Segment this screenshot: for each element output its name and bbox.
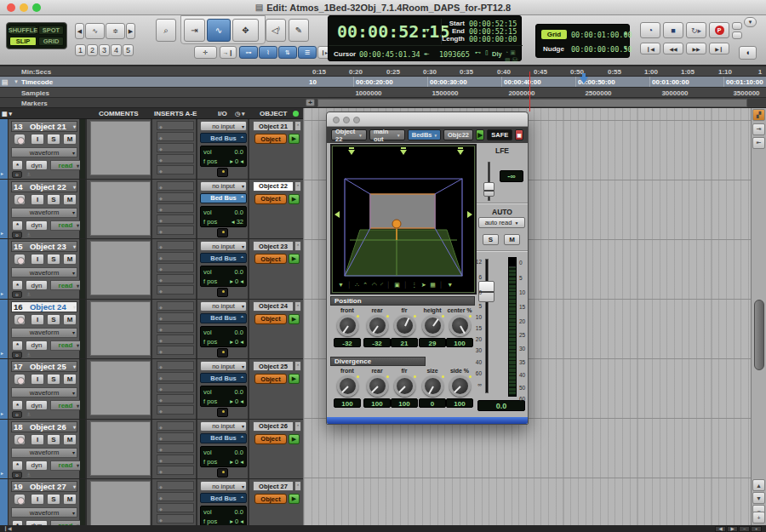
playlist-arrow-icon[interactable]: ▸ — [1, 350, 3, 356]
h-scroll-right-button[interactable]: ▶ — [727, 526, 738, 532]
insert-slot[interactable] — [157, 143, 194, 152]
zoom-preset-3-button[interactable]: 3 — [99, 44, 110, 56]
insert-slot[interactable] — [157, 154, 194, 163]
track-name[interactable]: Object 25 — [23, 362, 73, 371]
knob-value-display[interactable]: 100 — [446, 398, 473, 408]
object-route-button[interactable]: ▶ — [289, 494, 300, 504]
input-monitor-button[interactable]: I — [31, 254, 44, 265]
output-window-button[interactable]: o — [12, 411, 22, 418]
insert-slot[interactable] — [157, 323, 194, 333]
fpos-value[interactable]: ▸ 0 ◂ — [230, 277, 243, 286]
insert-slot[interactable] — [157, 215, 194, 224]
output-window-button[interactable]: o — [12, 291, 22, 298]
track-name[interactable]: Object 22 — [23, 182, 73, 192]
vol-value[interactable]: 0.0 — [235, 448, 243, 457]
insert-slot[interactable] — [157, 372, 194, 381]
minimize-window-icon[interactable] — [20, 3, 28, 12]
comments-box[interactable] — [90, 121, 151, 175]
rotary-knob[interactable] — [367, 315, 388, 336]
rotary-knob[interactable] — [394, 315, 415, 336]
track-name-row[interactable]: 19 Object 27 ▾ — [11, 481, 77, 492]
funnel-right-icon[interactable]: ▼ — [447, 282, 453, 288]
track-name-dropdown-icon[interactable]: ▾ — [73, 123, 76, 129]
stop-button[interactable]: ■ — [663, 22, 683, 38]
automation-follows-edit-button[interactable]: ☰ — [298, 46, 317, 59]
output-window-button[interactable]: o — [12, 472, 22, 478]
transport-expand-top-button[interactable] — [732, 22, 742, 30]
comments-cell[interactable] — [89, 300, 152, 359]
knob-value-display[interactable]: 100 — [446, 338, 473, 347]
record-enable-button[interactable] — [14, 314, 26, 325]
output-selector[interactable]: Bed Bus⌃ — [200, 253, 247, 263]
input-monitor-button[interactable]: I — [31, 194, 44, 205]
mute-button[interactable]: M — [63, 254, 77, 265]
track-name-row[interactable]: 15 Object 23 ▾ — [11, 241, 77, 252]
knob-value-display[interactable]: -32 — [363, 338, 391, 347]
output-selector[interactable]: Bed Bus⌃ — [200, 193, 247, 203]
insert-slot[interactable] — [157, 226, 194, 235]
nudge-dropdown-icon[interactable]: ▼ — [623, 46, 628, 51]
add-marker-button[interactable]: + — [306, 99, 315, 106]
rotary-knob[interactable] — [449, 375, 471, 397]
insert-slot[interactable] — [157, 181, 194, 191]
track-view-selector[interactable]: waveform▾ — [11, 507, 77, 518]
insert-slot[interactable] — [157, 503, 194, 512]
output-window-button[interactable]: o — [12, 232, 22, 238]
track-color-strip[interactable]: ▸ — [0, 300, 9, 359]
volume-pan-display[interactable]: vol0.0 f pos▸ 0 ◂ — [200, 326, 247, 347]
fpos-value[interactable]: ◂ 32 — [232, 217, 243, 226]
plugin-minimize-icon[interactable] — [343, 117, 350, 123]
input-selector[interactable]: no input▾ — [200, 361, 247, 371]
output-selector[interactable]: Bed Bus⌃ — [200, 373, 247, 383]
output-selector[interactable]: Bed Bus⌃ — [200, 313, 247, 323]
output-selector[interactable]: Bed Bus⌃ — [200, 493, 247, 503]
volume-pan-display[interactable]: vol0.0 f pos◂ 32 — [200, 206, 247, 227]
insert-slot[interactable] — [157, 165, 194, 174]
ruler-timecode[interactable]: ▤ ▼ Timecode 1000:00:20:0000:00:30:0000:… — [0, 77, 766, 88]
insert-slot[interactable] — [157, 192, 194, 202]
knob-value-display[interactable]: 100 — [391, 398, 418, 408]
track-name-row[interactable]: 13 Object 21 ▾ — [11, 121, 77, 132]
mute-button[interactable]: M — [63, 434, 77, 445]
playlist-arrow-icon[interactable]: ▸ — [1, 470, 3, 476]
mute-button[interactable]: M — [63, 494, 77, 505]
track-name-row[interactable]: 18 Object 26 ▾ — [11, 421, 77, 432]
object-name-button[interactable]: Object 27 — [253, 481, 294, 491]
solo-button[interactable]: S — [47, 374, 60, 385]
track-name-dropdown-icon[interactable]: ▾ — [73, 363, 76, 369]
automation-mode-button[interactable]: read▾ — [50, 340, 81, 351]
dots-menu-icon[interactable]: ⋮ — [411, 282, 417, 289]
track-name[interactable]: Object 21 — [23, 122, 73, 131]
rotary-knob[interactable] — [337, 315, 358, 336]
zoom-out-arrow-button[interactable]: ◀ — [75, 23, 84, 39]
zoom-preset-5-button[interactable]: 5 — [123, 44, 134, 56]
pointer-icon[interactable]: ➤ — [421, 282, 426, 289]
track-view-selector[interactable]: waveform▾ — [11, 328, 77, 338]
track-view-selector[interactable]: waveform▾ — [11, 387, 77, 398]
pan-knob-icon[interactable] — [217, 168, 228, 177]
object-toggle-button[interactable]: Object — [254, 134, 287, 144]
timeline-insertion-icon[interactable]: ⊷ — [475, 49, 481, 56]
comments-cell[interactable] — [89, 119, 152, 179]
online-button[interactable]: ◔ — [640, 22, 660, 38]
arc-up-icon[interactable]: ⌃ — [363, 282, 368, 289]
track-color-strip[interactable]: ▸ — [0, 239, 9, 299]
object-name-button[interactable]: Object 23 — [253, 241, 294, 251]
funnel-left-icon[interactable]: ▼ — [338, 282, 344, 288]
mode-shuffle-button[interactable]: SHUFFLE — [9, 26, 37, 35]
dyn-button[interactable]: dyn — [26, 400, 48, 410]
track-color-strip[interactable]: ▸ — [0, 180, 9, 239]
automation-mode-button[interactable]: read▾ — [50, 160, 81, 170]
insert-slot[interactable] — [157, 481, 194, 490]
rotary-knob[interactable] — [422, 375, 443, 397]
record-enable-button[interactable] — [14, 254, 26, 265]
dyn-button[interactable]: dyn — [26, 160, 48, 170]
waveform-zoom-button[interactable]: ∿ — [85, 23, 105, 39]
plugin-mute-button[interactable]: M — [504, 234, 520, 245]
input-selector[interactable]: no input▾ — [200, 421, 247, 432]
trail-icon[interactable]: ∴ — [355, 282, 358, 289]
object-route-button[interactable]: ▶ — [289, 374, 300, 384]
zoom-preset-1-button[interactable]: 1 — [75, 44, 86, 56]
tab-to-transient-button[interactable]: →❙ — [220, 46, 237, 59]
insert-slot[interactable] — [157, 432, 194, 442]
